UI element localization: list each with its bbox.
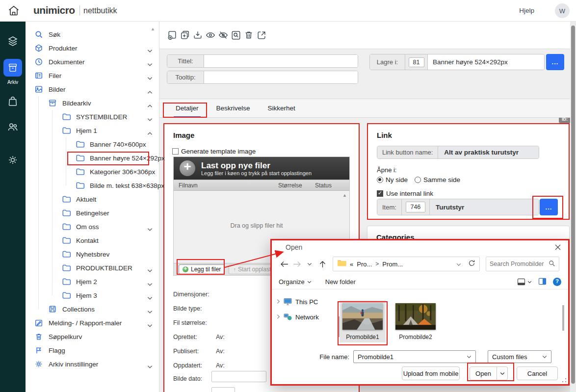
people-icon[interactable] (7, 121, 19, 133)
cancel-button[interactable]: Cancel (517, 366, 558, 380)
chevron-down-icon[interactable] (147, 266, 153, 275)
tooltip-input[interactable] (204, 71, 358, 83)
internal-link-row[interactable]: Use internal link (377, 190, 433, 197)
nav-item-produktbilder[interactable]: PRODUKTBILDER (26, 261, 159, 275)
organize-menu[interactable]: Organize (279, 278, 312, 286)
nav-item-betingelser[interactable]: Betingelser (26, 206, 159, 220)
image-date-input[interactable] (211, 371, 266, 382)
open-button-dropdown[interactable] (497, 366, 508, 380)
radio-ny-side[interactable] (377, 177, 383, 183)
nav-item-filer[interactable]: Filer (26, 69, 159, 82)
home-icon[interactable] (7, 4, 21, 17)
chevron-up-icon[interactable] (147, 87, 153, 96)
lagre-browse-button[interactable]: ... (546, 54, 564, 70)
nav-item-produkter[interactable]: Produkter (26, 41, 159, 55)
file-type-select[interactable]: Custom files (488, 350, 551, 363)
nav-item-arkiv-innstillinger[interactable]: Arkiv innstillinger (26, 357, 159, 371)
tree-item-network[interactable]: Network (272, 310, 340, 325)
tab-sikkerhet[interactable]: Sikkerhet (268, 99, 295, 118)
chevron-down-icon[interactable] (147, 362, 153, 371)
nav-item-om-oss[interactable]: Om oss (26, 220, 159, 234)
resize-grip[interactable] (562, 378, 567, 383)
upload-from-mobile-button[interactable]: Upload from mobile (402, 366, 460, 380)
bag-icon[interactable] (7, 95, 19, 107)
nav-item-collections[interactable]: Collections (26, 302, 159, 316)
hide-icon[interactable] (218, 29, 229, 41)
nav-item-hjem1[interactable]: Hjem 1 (26, 124, 159, 137)
nav-item-nyhetsbrev[interactable]: Nyhetsbrev (26, 247, 159, 261)
nav-item-banner-740[interactable]: Banner 740×600px (26, 137, 159, 151)
rail-item-arkiv[interactable] (3, 59, 22, 77)
nav-item-kategorier[interactable]: Kategorier 306×306px (26, 165, 159, 179)
gear-icon[interactable] (7, 154, 19, 166)
nav-item-melding-rapport[interactable]: Melding- / Rapport-maler (26, 316, 159, 330)
tab-beskrivelse[interactable]: Beskrivelse (216, 99, 250, 118)
nav-item-bildearkiv[interactable]: Bildearkiv (26, 96, 159, 110)
chevron-down-icon[interactable] (147, 307, 153, 316)
nav-item-dokumenter[interactable]: Dokumenter (26, 55, 159, 69)
nav-item-bilde-m-tekst[interactable]: Bilde m. tekst 638×638px (26, 179, 159, 192)
nav-item-bilder[interactable]: Bilder (26, 82, 159, 96)
forward-icon[interactable] (290, 259, 303, 269)
refresh-icon[interactable] (468, 260, 475, 268)
layers-icon[interactable] (7, 35, 19, 47)
preview-icon[interactable] (231, 29, 242, 41)
item-browse-button[interactable]: ... (540, 199, 558, 215)
nav-item-kontakt[interactable]: Kontakt (26, 234, 159, 247)
link-name-value[interactable]: Alt av praktisk turutstyr (438, 146, 539, 158)
file-name-combobox[interactable]: Promobilde1 (353, 350, 476, 363)
breadcrumb-current[interactable]: Prom... (382, 261, 403, 268)
up-icon[interactable] (316, 259, 329, 269)
nav-item-soppelkurv[interactable]: Søppelkurv (26, 330, 159, 343)
chevron-right-icon[interactable] (277, 314, 280, 321)
nav-item-banner-hoyre[interactable]: Banner høyre 524×292px (26, 151, 159, 165)
chevron-down-icon[interactable] (147, 280, 153, 288)
nav-item-aktuelt[interactable]: Aktuelt (26, 192, 159, 206)
back-icon[interactable] (278, 259, 290, 269)
generate-template-checkbox[interactable] (172, 148, 179, 155)
open-button[interactable]: Open (470, 366, 497, 380)
dropzone-scroll-up-icon[interactable]: ▲ (342, 193, 347, 198)
breadcrumb-parent[interactable]: Pro... (357, 261, 372, 268)
tittel-input[interactable] (204, 55, 358, 67)
extra-input[interactable] (211, 387, 235, 392)
nav-item-flagg[interactable]: Flagg (26, 343, 159, 357)
radio-samme-side[interactable] (415, 177, 421, 183)
page-scrollbar-thumb[interactable] (571, 26, 575, 384)
show-icon[interactable] (205, 29, 216, 41)
chevron-down-icon[interactable] (147, 293, 153, 302)
close-icon[interactable] (554, 244, 562, 252)
page-scrollbar[interactable] (570, 22, 576, 392)
move-out-icon[interactable] (256, 29, 267, 41)
new-folder-button[interactable]: New folder (325, 278, 356, 286)
help-icon[interactable]: ? (553, 278, 561, 286)
delete-icon[interactable] (243, 29, 255, 41)
avatar[interactable]: W (555, 3, 570, 18)
tree-item-this-pc[interactable]: This PC (272, 294, 340, 310)
chevron-up-icon[interactable] (147, 101, 153, 110)
chevron-down-icon[interactable] (147, 225, 153, 234)
internal-link-checkbox[interactable] (377, 190, 383, 197)
preview-pane-icon[interactable] (538, 278, 547, 287)
download-icon[interactable] (192, 29, 204, 41)
add-image-icon[interactable] (167, 29, 178, 41)
chevron-down-icon[interactable] (147, 115, 153, 124)
chevron-down-icon[interactable] (147, 46, 153, 55)
chevron-down-icon[interactable] (147, 60, 153, 69)
generate-template-row[interactable]: Generate template image (172, 148, 256, 155)
view-mode-icon[interactable] (517, 278, 532, 286)
duplicate-icon[interactable] (180, 29, 191, 41)
file-item-promobilde2[interactable]: Promobilde2 (393, 300, 439, 342)
file-item-promobilde1[interactable]: Promobilde1 (340, 300, 386, 342)
item-value[interactable]: Turutstyr (430, 199, 539, 215)
nav-item-sok[interactable]: Søk (26, 27, 159, 41)
nav-item-hjem3[interactable]: Hjem 3 (26, 288, 159, 302)
address-bar[interactable]: « Pro... > Prom... (333, 257, 480, 271)
nav-item-hjem2[interactable]: Hjem 2 (26, 275, 159, 288)
chevron-right-icon[interactable] (277, 298, 280, 306)
tab-detaljer[interactable]: Detaljer (176, 99, 199, 118)
nav-item-systembilder[interactable]: SYSTEMBILDER (26, 110, 159, 124)
address-chevron-down-icon[interactable] (456, 261, 461, 268)
search-icon[interactable] (549, 260, 555, 268)
chevron-down-icon[interactable] (147, 74, 153, 82)
